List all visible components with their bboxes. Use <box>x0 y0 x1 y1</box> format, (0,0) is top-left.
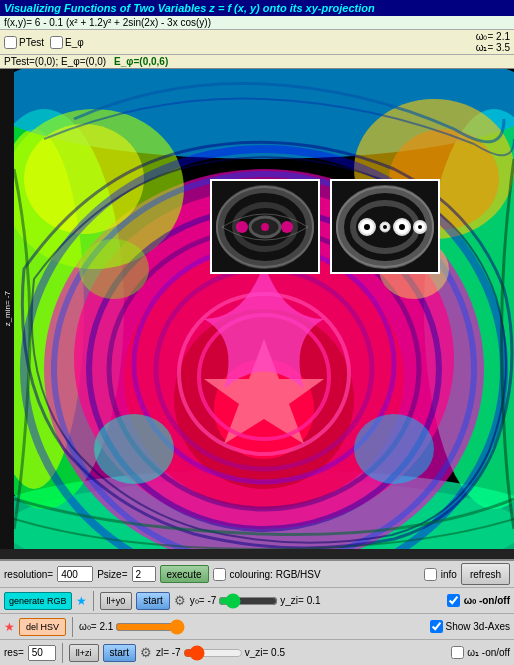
gear-icon-1[interactable]: ⚙ <box>174 593 186 608</box>
omega0-slider-container: ω₀= 2.1 <box>79 621 185 633</box>
omega0-on-label: ω₀ -on/off <box>464 595 510 606</box>
inset-window-left <box>210 179 320 274</box>
title-text: Visualizing Functions of Two Variables z… <box>4 2 375 14</box>
omega0-on-row: ω₀ -on/off <box>447 594 510 607</box>
omega0-slider-label: ω₀= 2.1 <box>79 621 113 632</box>
del-hsv-button[interactable]: del HSV <box>19 618 66 636</box>
ptest-tab[interactable]: PTest <box>4 36 44 49</box>
e-tab[interactable]: E_φ <box>50 36 84 49</box>
y0-label: y₀= -7 <box>190 595 217 606</box>
ctrl-row-2: generate RGB ★ ll+y0 start ⚙ y₀= -7 y_zi… <box>0 587 514 613</box>
res-label: res= <box>4 647 24 658</box>
main-visualization: z_min= -7 <box>0 69 514 549</box>
z1-slider[interactable] <box>183 647 243 659</box>
omega-display: ω₀= 2.1 ω₁= 3.5 <box>476 31 510 53</box>
generate-rgb-button[interactable]: generate RGB <box>4 592 72 610</box>
star-icon-red[interactable]: ★ <box>4 620 15 634</box>
formula-text: f(x,y)= 6 - 0.1 (x² + 1.2y² + 2sin(2x) -… <box>4 17 211 28</box>
omega0-top: ω₀= 2.1 <box>476 31 510 42</box>
right-panel: ω₀ -on/off <box>447 594 510 607</box>
y0-slider[interactable] <box>218 595 278 607</box>
svg-point-25 <box>94 414 174 484</box>
gear-icon-2[interactable]: ⚙ <box>140 645 152 660</box>
ptest-label: PTest <box>19 37 44 48</box>
ptest-checkbox[interactable] <box>4 36 17 49</box>
info-label: info <box>441 569 457 580</box>
formula-bar: f(x,y)= 6 - 0.1 (x² + 1.2y² + 2sin(2x) -… <box>0 16 514 30</box>
svg-point-47 <box>418 225 422 229</box>
viz-canvas <box>14 69 514 549</box>
star-icon-blue[interactable]: ★ <box>76 594 87 608</box>
ll-zi-button[interactable]: ll+zi <box>69 644 99 662</box>
svg-point-27 <box>79 239 149 299</box>
ctrl-row-4: res= ll+zi start ⚙ zl= -7 v_zi= 0.5 ω₁ -… <box>0 639 514 665</box>
y0-slider-container: y₀= -7 y_zi= 0.1 <box>190 595 321 607</box>
svg-point-35 <box>281 221 293 233</box>
e-label: E_φ <box>65 37 84 48</box>
svg-point-34 <box>261 223 269 231</box>
show-3d-row: Show 3d-Axes <box>430 620 510 633</box>
ptest-info-text: PTest=(0,0); E_φ=(0,0) <box>4 56 106 67</box>
execute-button[interactable]: execute <box>160 565 209 583</box>
ctrl-row-3: ★ del HSV ω₀= 2.1 Show 3d-Axes <box>0 613 514 639</box>
start-button-2[interactable]: start <box>103 644 136 662</box>
omega1-on-label: ω₁ -on/off <box>467 647 510 658</box>
svg-point-26 <box>354 414 434 484</box>
z1-slider-container: zl= -7 v_zi= 0.5 <box>156 647 285 659</box>
omega0-on-checkbox[interactable] <box>447 594 460 607</box>
omega1-on-row: ω₁ -on/off <box>451 646 510 659</box>
psize-input[interactable] <box>132 566 156 582</box>
resolution-input[interactable] <box>57 566 93 582</box>
show-3d-label: Show 3d-Axes <box>446 621 510 632</box>
refresh-button[interactable]: refresh <box>461 563 510 585</box>
svg-point-44 <box>364 224 370 230</box>
resolution-label: resolution= <box>4 569 53 580</box>
svg-point-46 <box>399 224 405 230</box>
controls-top: PTest E_φ ω₀= 2.1 ω₁= 3.5 <box>0 30 514 55</box>
omega0-slider[interactable] <box>115 621 185 633</box>
start-button-1[interactable]: start <box>136 592 169 610</box>
y-zi-label: y_zi= 0.1 <box>280 595 320 606</box>
psize-label: Psize= <box>97 569 127 580</box>
bottom-controls: resolution= Psize= execute colouring: RG… <box>0 559 514 665</box>
colouring-checkbox[interactable] <box>213 568 226 581</box>
svg-point-14 <box>24 124 144 234</box>
svg-point-45 <box>383 225 387 229</box>
inset-window-right <box>330 179 440 274</box>
z-axis-label: z_min= -7 <box>3 291 12 326</box>
title-bar: Visualizing Functions of Two Variables z… <box>0 0 514 16</box>
omega1-on-checkbox[interactable] <box>451 646 464 659</box>
show-3d-checkbox[interactable] <box>430 620 443 633</box>
e-checkbox[interactable] <box>50 36 63 49</box>
ptest-info-bar: PTest=(0,0); E_φ=(0,0) E_φ=(0,0,6) <box>0 55 514 69</box>
omega1-top: ω₁= 3.5 <box>476 42 510 53</box>
res-input[interactable] <box>28 645 56 661</box>
colouring-label: colouring: RGB/HSV <box>230 569 321 580</box>
info-checkbox[interactable] <box>424 568 437 581</box>
ctrl-row-1: resolution= Psize= execute colouring: RG… <box>0 561 514 587</box>
ll-y0-button[interactable]: ll+y0 <box>100 592 133 610</box>
svg-point-33 <box>236 221 248 233</box>
z1-label: zl= -7 <box>156 647 181 658</box>
v-zi-label: v_zi= 0.5 <box>245 647 285 658</box>
e-phi-label: E_φ=(0,0,6) <box>114 56 168 67</box>
